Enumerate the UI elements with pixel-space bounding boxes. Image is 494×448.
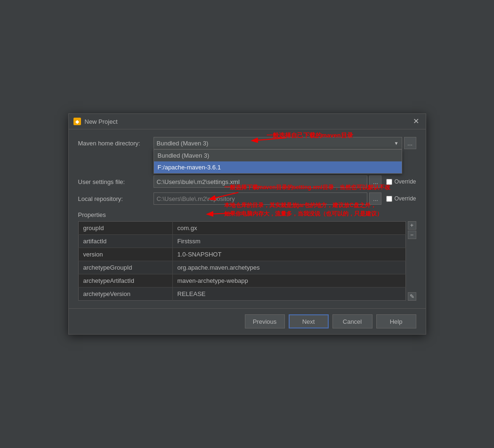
prop-key: archetypeVersion bbox=[78, 288, 172, 301]
table-row[interactable]: groupIdcom.gx bbox=[78, 222, 405, 235]
local-repo-input[interactable] bbox=[154, 192, 368, 205]
help-button[interactable]: Help bbox=[376, 314, 416, 328]
properties-title: Properties bbox=[78, 211, 416, 218]
properties-edit-button[interactable]: ✎ bbox=[408, 292, 416, 301]
dropdown-arrow-icon: ▼ bbox=[394, 141, 399, 146]
local-repo-override-label: Override bbox=[394, 195, 416, 202]
prop-key: artifactId bbox=[78, 235, 172, 248]
local-repo-browse-button[interactable]: ... bbox=[369, 192, 381, 205]
prop-value: org.apache.maven.archetypes bbox=[172, 261, 405, 274]
prop-value: Firstssm bbox=[172, 235, 405, 248]
dialog-footer: Previous Next Cancel Help bbox=[69, 308, 426, 334]
maven-home-dropdown[interactable]: Bundled (Maven 3) ▼ bbox=[154, 137, 402, 149]
user-settings-row: User settings file: ... Override bbox=[78, 176, 416, 188]
dialog-body: Maven home directory: Bundled (Maven 3) … bbox=[69, 129, 426, 308]
table-row[interactable]: version1.0-SNAPSHOT bbox=[78, 248, 405, 261]
user-settings-override-checkbox[interactable] bbox=[386, 179, 392, 185]
user-settings-input-group: ... Override bbox=[154, 176, 416, 188]
app-icon: ◆ bbox=[73, 118, 81, 125]
properties-remove-button[interactable]: − bbox=[408, 231, 416, 239]
previous-button[interactable]: Previous bbox=[245, 314, 285, 328]
table-row[interactable]: artifactIdFirstssm bbox=[78, 235, 405, 248]
properties-table: groupIdcom.gxartifactIdFirstssmversion1.… bbox=[78, 221, 406, 301]
cancel-button[interactable]: Cancel bbox=[332, 314, 373, 328]
table-row[interactable]: archetypeGroupIdorg.apache.maven.archety… bbox=[78, 261, 405, 274]
prop-value: RELEASE bbox=[172, 288, 405, 301]
prop-value: maven-archetype-webapp bbox=[172, 274, 405, 288]
title-bar: ◆ New Project ✕ bbox=[69, 114, 426, 129]
dropdown-item-custom[interactable]: F:/apache-maven-3.6.1 bbox=[154, 161, 402, 173]
prop-value: com.gx bbox=[172, 222, 405, 235]
user-settings-override-label: Override bbox=[394, 178, 416, 185]
local-repo-row: Local repository: ... Override bbox=[78, 192, 416, 205]
prop-key: groupId bbox=[78, 222, 172, 235]
maven-home-dropdown-container: Bundled (Maven 3) ▼ Bundled (Maven 3) F:… bbox=[154, 137, 402, 149]
local-repo-label: Local repository: bbox=[78, 195, 154, 202]
properties-actions: + − ✎ bbox=[408, 221, 416, 301]
properties-add-button[interactable]: + bbox=[408, 221, 416, 230]
user-settings-label: User settings file: bbox=[78, 178, 154, 185]
properties-section: Properties groupIdcom.gxartifactIdFirsts… bbox=[78, 211, 416, 301]
prop-key: archetypeGroupId bbox=[78, 261, 172, 274]
user-settings-input[interactable] bbox=[154, 176, 368, 188]
maven-home-input-group: Bundled (Maven 3) ▼ Bundled (Maven 3) F:… bbox=[154, 137, 416, 149]
next-button[interactable]: Next bbox=[289, 314, 329, 328]
local-repo-input-group: ... Override bbox=[154, 192, 416, 205]
prop-value: 1.0-SNAPSHOT bbox=[172, 248, 405, 261]
dialog-title: New Project bbox=[85, 118, 118, 125]
local-repo-override-group: Override bbox=[386, 195, 416, 202]
local-repo-override-checkbox[interactable] bbox=[386, 196, 392, 202]
table-row[interactable]: archetypeVersionRELEASE bbox=[78, 288, 405, 301]
properties-container: groupIdcom.gxartifactIdFirstssmversion1.… bbox=[78, 221, 416, 301]
close-button[interactable]: ✕ bbox=[411, 117, 421, 126]
prop-key: archetypeArtifactId bbox=[78, 274, 172, 288]
maven-home-label: Maven home directory: bbox=[78, 140, 154, 147]
new-project-dialog: ◆ New Project ✕ Maven home directory: Bu… bbox=[68, 113, 426, 335]
dropdown-item-bundled[interactable]: Bundled (Maven 3) bbox=[154, 150, 402, 161]
maven-home-browse-button[interactable]: ... bbox=[404, 137, 416, 149]
maven-home-row: Maven home directory: Bundled (Maven 3) … bbox=[78, 137, 416, 149]
maven-home-value: Bundled (Maven 3) bbox=[157, 140, 209, 147]
maven-home-dropdown-popup: Bundled (Maven 3) F:/apache-maven-3.6.1 bbox=[154, 149, 402, 174]
user-settings-override-group: Override bbox=[386, 178, 416, 185]
user-settings-browse-button[interactable]: ... bbox=[369, 176, 381, 188]
table-row[interactable]: archetypeArtifactIdmaven-archetype-webap… bbox=[78, 274, 405, 288]
title-bar-left: ◆ New Project bbox=[73, 118, 118, 125]
prop-key: version bbox=[78, 248, 172, 261]
